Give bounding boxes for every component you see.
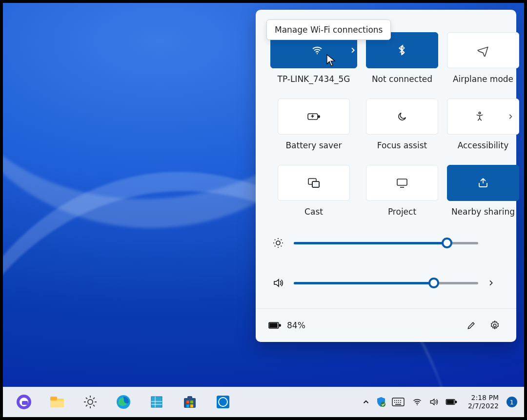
airplane-mode-tile[interactable] <box>447 32 519 68</box>
battery-icon <box>268 321 281 330</box>
notification-badge[interactable]: 1 <box>507 397 517 407</box>
battery-percent-text: 84% <box>287 320 305 330</box>
brightness-icon <box>272 237 285 249</box>
accessibility-icon <box>474 111 485 122</box>
bluetooth-label: Not connected <box>372 74 432 84</box>
svg-rect-26 <box>190 400 193 403</box>
taskbar-settings-icon[interactable] <box>80 392 101 412</box>
clock-time: 2:18 PM <box>471 394 499 402</box>
taskbar-edge-icon[interactable] <box>113 392 134 412</box>
tray-security-icon[interactable] <box>375 396 387 408</box>
bluetooth-icon <box>397 45 407 56</box>
svg-rect-7 <box>397 179 407 185</box>
svg-rect-5 <box>312 181 319 187</box>
volume-icon <box>272 277 285 289</box>
taskbar-ms-store-icon[interactable] <box>180 392 200 412</box>
settings-button[interactable] <box>486 317 504 334</box>
svg-rect-28 <box>190 404 193 407</box>
focus-assist-label: Focus assist <box>377 140 427 150</box>
svg-rect-27 <box>186 404 189 407</box>
project-label: Project <box>388 207 416 217</box>
airplane-icon <box>477 44 489 57</box>
taskbar-clock[interactable]: 2:18 PM 2/7/2022 <box>465 394 502 410</box>
taskbar-app-icon-1[interactable] <box>146 392 167 412</box>
taskbar-file-explorer-icon[interactable] <box>47 392 67 412</box>
svg-rect-2 <box>318 116 320 118</box>
project-tile[interactable] <box>366 165 438 201</box>
cast-tile[interactable] <box>278 165 350 201</box>
volume-expand-button[interactable] <box>487 279 500 287</box>
svg-rect-25 <box>186 400 189 403</box>
accessibility-label: Accessibility <box>458 140 509 150</box>
chevron-right-icon <box>507 113 514 120</box>
svg-rect-10 <box>270 323 277 327</box>
svg-point-12 <box>493 324 496 327</box>
focus-assist-tile[interactable] <box>366 99 438 135</box>
nearby-sharing-label: Nearby sharing <box>451 207 515 217</box>
svg-rect-17 <box>50 397 57 400</box>
edit-quick-settings-button[interactable] <box>463 317 480 334</box>
svg-rect-24 <box>187 396 192 399</box>
accessibility-tile[interactable] <box>447 99 519 135</box>
tray-keyboard-icon[interactable] <box>392 397 405 407</box>
svg-rect-15 <box>22 401 28 405</box>
panel-footer: 84% <box>256 308 516 342</box>
wifi-tooltip: Manage Wi-Fi connections <box>266 20 391 40</box>
battery-saver-icon <box>307 112 321 121</box>
cast-icon <box>307 178 320 188</box>
nearby-sharing-tile[interactable] <box>447 165 519 201</box>
clock-date: 2/7/2022 <box>468 402 499 410</box>
wifi-icon <box>412 397 422 407</box>
volume-icon <box>429 397 439 407</box>
tray-overflow-button[interactable] <box>362 398 370 406</box>
brightness-slider[interactable] <box>294 242 478 244</box>
cast-label: Cast <box>304 207 323 217</box>
wifi-expand-button[interactable] <box>349 46 357 54</box>
svg-point-19 <box>88 400 93 404</box>
svg-rect-21 <box>151 397 162 407</box>
wifi-label: TP-LINK_7434_5G <box>278 74 350 84</box>
volume-slider-row <box>272 277 500 289</box>
brightness-slider-row <box>272 237 500 249</box>
taskbar: 2:18 PM 2/7/2022 1 <box>0 387 527 420</box>
svg-point-8 <box>276 241 280 245</box>
svg-rect-11 <box>279 324 281 326</box>
svg-rect-18 <box>50 400 64 407</box>
airplane-mode-label: Airplane mode <box>453 74 513 84</box>
svg-point-3 <box>479 112 481 114</box>
svg-point-33 <box>417 404 418 405</box>
svg-point-31 <box>381 402 385 407</box>
battery-saver-tile[interactable] <box>278 99 350 135</box>
svg-point-0 <box>317 53 318 54</box>
taskbar-teams-icon[interactable] <box>14 392 34 412</box>
tray-network-sound-battery[interactable] <box>409 397 460 407</box>
quick-settings-panel: TP-LINK_7434_5G Not connected Airplane m… <box>256 10 516 342</box>
svg-rect-23 <box>184 398 196 408</box>
svg-rect-35 <box>447 400 453 403</box>
moon-icon <box>397 111 407 122</box>
battery-saver-label: Battery saver <box>285 140 342 150</box>
taskbar-dell-icon[interactable] <box>213 392 233 412</box>
share-icon <box>477 178 489 188</box>
battery-icon <box>446 398 457 406</box>
wifi-icon <box>285 44 349 56</box>
project-icon <box>396 178 408 188</box>
svg-rect-36 <box>455 401 457 403</box>
volume-slider[interactable] <box>294 282 478 284</box>
desktop-wallpaper: Manage Wi-Fi connections TP-LINK_7434_5G <box>0 0 527 387</box>
